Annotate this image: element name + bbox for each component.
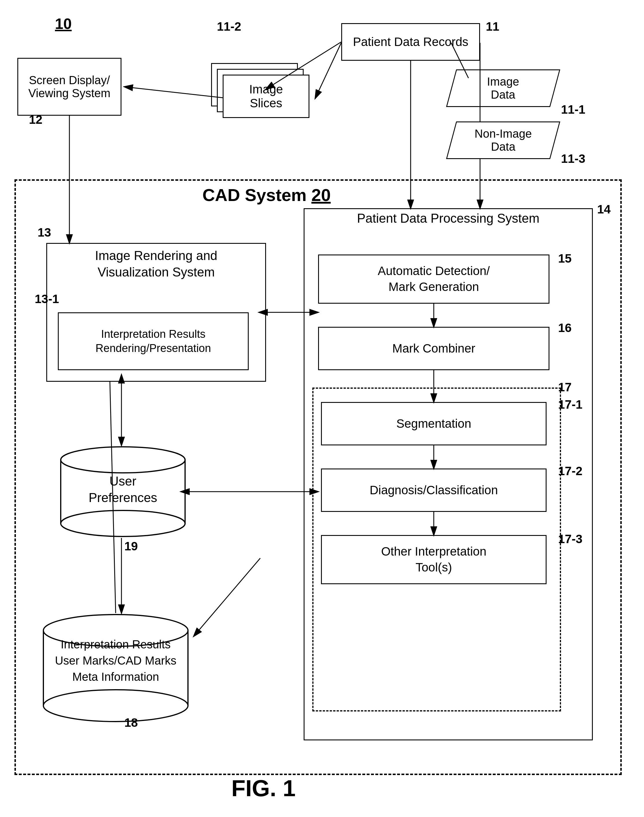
segmentation-label: Segmentation xyxy=(396,417,471,431)
ref-11-1: 11-1 xyxy=(561,103,585,116)
image-rendering-title: Image Rendering andVisualization System xyxy=(52,247,260,280)
ref-14: 14 xyxy=(597,202,611,216)
cad-system-number: 20 xyxy=(311,185,331,205)
ref-19: 19 xyxy=(124,540,138,553)
diagnosis-label: Diagnosis/Classification xyxy=(370,483,498,497)
ref-13: 13 xyxy=(38,225,51,239)
screen-display-label: Screen Display/Viewing System xyxy=(28,74,110,100)
segmentation-box: Segmentation xyxy=(321,402,547,445)
auto-detection-label: Automatic Detection/Mark Generation xyxy=(378,263,490,295)
user-preferences-label: UserPreferences xyxy=(62,473,184,506)
patient-data-processing-label: Patient Data Processing System xyxy=(318,211,578,225)
patient-data-records-label: Patient Data Records xyxy=(353,35,468,49)
ref-17-2: 17-2 xyxy=(558,464,583,478)
other-tools-box: Other InterpretationTool(s) xyxy=(321,535,547,584)
image-data-label: ImageData xyxy=(487,75,519,101)
interpretation-inner-label: Interpretation ResultsRendering/Presenta… xyxy=(95,327,211,356)
ref-17-1: 17-1 xyxy=(558,398,583,412)
mark-combiner-box: Mark Combiner xyxy=(318,327,549,370)
svg-point-2 xyxy=(61,510,185,536)
non-image-data-label: Non-ImageData xyxy=(475,127,532,153)
image-slices-box: ImageSlices xyxy=(223,75,310,118)
ref-13-1: 13-1 xyxy=(35,292,59,306)
ref-12: 12 xyxy=(29,113,43,127)
svg-line-10 xyxy=(315,43,341,98)
image-data-box: ImageData xyxy=(446,69,560,107)
diagram-container: 10 Patient Data Records 11 11-2 ImageSli… xyxy=(0,0,644,817)
svg-point-1 xyxy=(61,447,185,473)
screen-display-box: Screen Display/Viewing System xyxy=(17,58,121,116)
ref-17-3: 17-3 xyxy=(558,532,583,546)
image-slices-label: ImageSlices xyxy=(249,83,283,110)
interpretation-inner-box: Interpretation ResultsRendering/Presenta… xyxy=(58,312,249,370)
ref-18: 18 xyxy=(124,716,138,730)
ref-17: 17 xyxy=(558,380,572,394)
non-image-data-box: Non-ImageData xyxy=(446,121,560,159)
ref-16: 16 xyxy=(558,321,572,335)
figure-label: FIG. 1 xyxy=(232,775,296,802)
main-label: 10 xyxy=(55,15,72,32)
ref-11: 11 xyxy=(486,20,500,34)
other-tools-label: Other InterpretationTool(s) xyxy=(381,544,486,575)
ref-11-3: 11-3 xyxy=(561,152,585,166)
patient-data-records-box: Patient Data Records xyxy=(341,23,480,61)
svg-line-11 xyxy=(124,87,223,98)
auto-detection-box: Automatic Detection/Mark Generation xyxy=(318,254,549,304)
ref-15: 15 xyxy=(558,251,572,265)
interp-results-label: Interpretation ResultsUser Marks/CAD Mar… xyxy=(43,636,188,685)
ref-11-2: 11-2 xyxy=(217,20,241,34)
diagnosis-box: Diagnosis/Classification xyxy=(321,469,547,512)
cad-system-label: CAD System 20 xyxy=(202,185,331,205)
mark-combiner-label: Mark Combiner xyxy=(392,342,475,356)
svg-point-5 xyxy=(43,690,188,722)
